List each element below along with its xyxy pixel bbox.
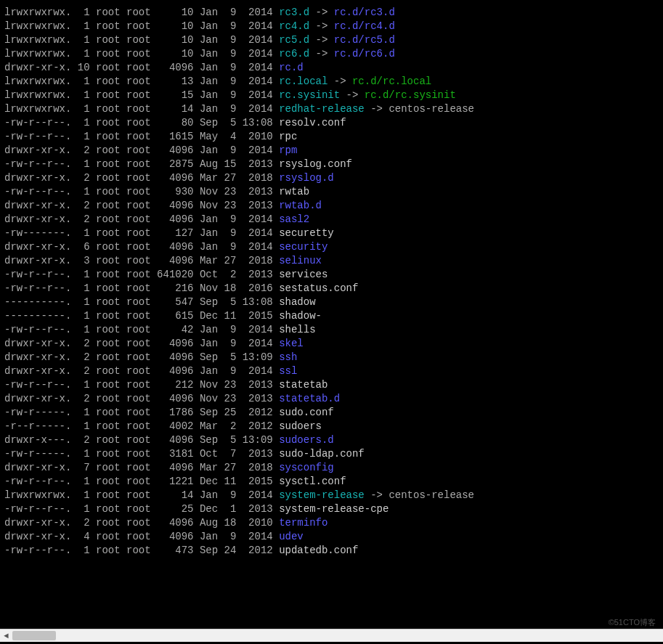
- permissions: -rw-r-----.: [4, 407, 71, 418]
- file-entry: drwxr-xr-x. 2 root root 4096 Nov 23 2013…: [4, 392, 659, 406]
- size: 4096: [151, 393, 194, 404]
- file-entry: ----------. 1 root root 615 Dec 11 2015 …: [4, 309, 659, 323]
- owner: root: [90, 434, 121, 446]
- owner: root: [90, 269, 121, 280]
- month: Jan: [193, 531, 218, 542]
- link-count: 4: [71, 531, 89, 542]
- file-entry: drwxr-xr-x. 2 root root 4096 Mar 27 2018…: [4, 171, 659, 185]
- group: root: [121, 227, 151, 239]
- day: 24: [218, 545, 236, 556]
- owner: root: [90, 20, 121, 32]
- day: 15: [218, 158, 236, 170]
- day: 9: [218, 76, 236, 87]
- day: 18: [218, 517, 236, 529]
- permissions: -r--r-----.: [4, 420, 71, 432]
- link-count: 1: [71, 34, 89, 46]
- group: root: [121, 7, 151, 18]
- owner: root: [90, 531, 121, 542]
- size: 42: [151, 324, 194, 335]
- link-count: 2: [71, 351, 89, 363]
- time: 2014: [236, 365, 272, 377]
- owner: root: [90, 476, 121, 487]
- size: 13: [151, 76, 194, 87]
- time: 2014: [236, 34, 272, 46]
- size: 10: [151, 7, 194, 18]
- time: 2014: [236, 144, 272, 156]
- file-entry: -rw-r--r--. 1 root root 1615 May 4 2010 …: [4, 130, 659, 144]
- link-count: 2: [71, 338, 89, 349]
- file-entry: -rw-r--r--. 1 root root 80 Sep 5 13:08 r…: [4, 116, 659, 130]
- month: Aug: [193, 517, 218, 529]
- file-name: sudo-ldap.conf: [273, 448, 365, 460]
- group: root: [121, 269, 151, 280]
- group: root: [121, 76, 151, 87]
- month: Sep: [193, 117, 218, 129]
- day: 5: [218, 117, 236, 129]
- group: root: [121, 503, 151, 515]
- time: 2013: [236, 186, 272, 197]
- group: root: [121, 241, 151, 253]
- group: root: [121, 338, 151, 349]
- file-name: ssl: [273, 365, 298, 377]
- size: 4096: [151, 517, 194, 529]
- file-entry: lrwxrwxrwx. 1 root root 14 Jan 9 2014 sy…: [4, 489, 659, 502]
- group: root: [121, 131, 151, 142]
- size: 14: [151, 103, 194, 115]
- time: 2014: [236, 48, 272, 60]
- owner: root: [90, 172, 121, 184]
- link-count: 2: [71, 172, 89, 184]
- size: 4096: [151, 172, 194, 184]
- owner: root: [90, 227, 121, 239]
- group: root: [121, 517, 151, 529]
- link-count: 1: [71, 48, 89, 60]
- size: 10: [151, 48, 194, 60]
- size: 216: [151, 282, 194, 294]
- link-count: 1: [71, 186, 89, 197]
- permissions: drwxr-xr-x.: [4, 255, 71, 266]
- group: root: [121, 117, 151, 129]
- size: 4096: [151, 62, 194, 73]
- size: 4096: [151, 255, 194, 266]
- symlink-target: rc.d/rc6.d: [334, 48, 395, 60]
- symlink-arrow-icon: ->: [309, 34, 334, 46]
- time: 2018: [236, 255, 272, 266]
- link-count: 1: [71, 489, 89, 501]
- link-count: 1: [71, 282, 89, 294]
- month: Nov: [193, 186, 218, 197]
- link-count: 1: [71, 324, 89, 335]
- scroll-left-arrow-icon[interactable]: ◄: [0, 629, 12, 642]
- file-name: ssh: [273, 351, 298, 363]
- file-entry: drwxr-xr-x. 2 root root 4096 Jan 9 2014 …: [4, 213, 659, 227]
- time: 2010: [236, 517, 272, 529]
- file-entry: drwxr-xr-x. 2 root root 4096 Jan 9 2014 …: [4, 337, 659, 351]
- owner: root: [90, 131, 121, 142]
- time: 2014: [236, 531, 272, 542]
- file-entry: ----------. 1 root root 547 Sep 5 13:08 …: [4, 295, 659, 309]
- time: 2014: [236, 103, 272, 115]
- horizontal-scrollbar[interactable]: ◄: [0, 629, 663, 642]
- owner: root: [90, 420, 121, 432]
- file-name: sudoers.d: [273, 434, 334, 446]
- month: Jan: [193, 48, 218, 60]
- link-count: 1: [71, 545, 89, 556]
- file-entry: drwxr-xr-x. 4 root root 4096 Jan 9 2014 …: [4, 530, 659, 544]
- day: 9: [218, 365, 236, 377]
- file-name: securetty: [273, 227, 334, 239]
- size: 4096: [151, 213, 194, 225]
- file-entry: drwxr-xr-x. 6 root root 4096 Jan 9 2014 …: [4, 240, 659, 254]
- file-name: shadow-: [273, 310, 322, 322]
- scrollbar-thumb[interactable]: [12, 631, 56, 640]
- size: 473: [151, 545, 194, 556]
- symlink-target: rc.d/rc.local: [352, 76, 431, 87]
- permissions: lrwxrwxrwx.: [4, 489, 71, 501]
- file-entry: drwxr-xr-x. 2 root root 4096 Sep 5 13:09…: [4, 351, 659, 364]
- symlink-arrow-icon: ->: [328, 76, 352, 87]
- month: Jan: [193, 241, 218, 253]
- group: root: [121, 476, 151, 487]
- time: 2014: [236, 20, 272, 32]
- size: 4096: [151, 462, 194, 473]
- file-name: statetab: [273, 379, 328, 391]
- file-entry: -rw-r--r--. 1 root root 42 Jan 9 2014 sh…: [4, 323, 659, 337]
- month: Mar: [193, 255, 218, 266]
- symlink-arrow-icon: ->: [340, 89, 365, 101]
